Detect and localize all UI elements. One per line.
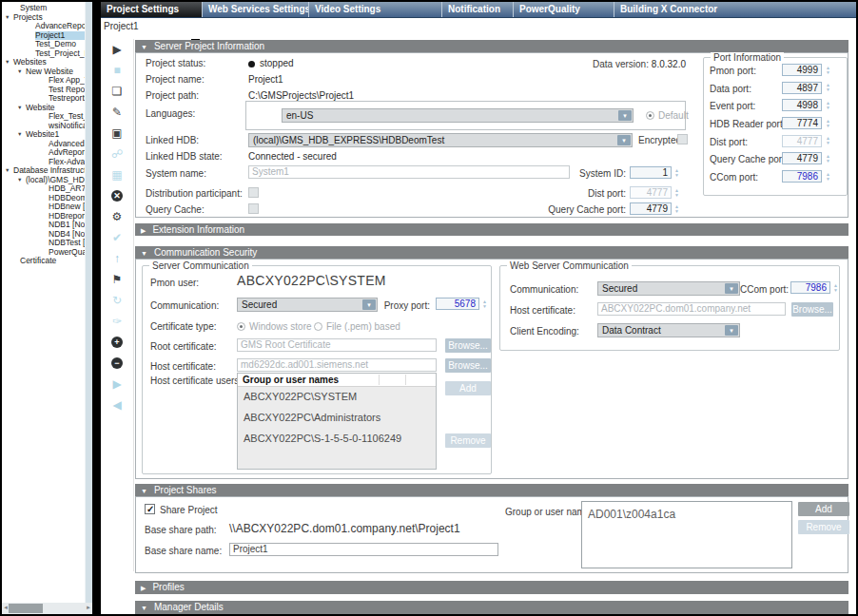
query-cache-port-stepper[interactable]: 4779 bbox=[630, 202, 672, 215]
host-certificate-browse-button[interactable]: Browse... bbox=[445, 358, 491, 373]
collapse-icon[interactable]: ◀ bbox=[101, 395, 133, 415]
section-header-profiles[interactable]: ▶Profiles bbox=[135, 581, 848, 594]
spin-buttons-icon[interactable] bbox=[824, 64, 832, 76]
ccom-port-stepper[interactable]: 7986 bbox=[790, 281, 830, 294]
dist-port-stepper[interactable]: 4777 bbox=[630, 186, 672, 199]
spin-buttons-icon[interactable] bbox=[824, 135, 832, 147]
host-certificate-input[interactable]: md6292dc.ad001.siemens.net bbox=[237, 358, 437, 372]
scrollbar-thumb[interactable] bbox=[9, 604, 43, 613]
expand-icon[interactable]: ▶ bbox=[101, 374, 133, 395]
encrypted-checkbox[interactable] bbox=[677, 134, 688, 144]
root-certificate-browse-button[interactable]: Browse... bbox=[445, 338, 491, 353]
users-list-header[interactable]: Group or user names bbox=[238, 374, 436, 387]
port-stepper[interactable]: 7774 bbox=[782, 117, 822, 129]
delete-project-icon[interactable]: ✕ bbox=[101, 185, 133, 206]
windows-store-radio[interactable] bbox=[237, 322, 245, 331]
port-stepper[interactable]: 4779 bbox=[782, 152, 822, 164]
pem-file-radio[interactable] bbox=[314, 322, 322, 331]
share-project-checkbox[interactable] bbox=[145, 504, 155, 514]
spin-buttons-icon[interactable] bbox=[673, 186, 681, 199]
column-divider[interactable] bbox=[379, 375, 380, 385]
spin-buttons-icon[interactable] bbox=[480, 298, 489, 310]
section-header-manager-details[interactable]: ▼Manager Details bbox=[135, 601, 848, 614]
history-icon[interactable]: ↻ bbox=[101, 290, 133, 311]
tree-item-label[interactable]: Certificate bbox=[20, 257, 56, 266]
spin-buttons-icon[interactable] bbox=[824, 117, 832, 129]
settings-tab[interactable]: Video Settings bbox=[308, 2, 441, 17]
port-stepper[interactable]: 4777 bbox=[782, 135, 822, 147]
display-settings-icon[interactable]: ▣ bbox=[101, 123, 133, 144]
web-host-certificate-browse-button[interactable]: Browse... bbox=[791, 302, 833, 317]
spin-buttons-icon[interactable] bbox=[673, 202, 681, 215]
remove-user-button[interactable]: Remove bbox=[445, 433, 491, 448]
dropdown-arrow-icon[interactable] bbox=[725, 325, 738, 336]
dropdown-arrow-icon[interactable] bbox=[617, 135, 631, 145]
query-cache-checkbox[interactable] bbox=[248, 203, 259, 214]
port-stepper[interactable]: 4998 bbox=[782, 99, 822, 111]
column-divider[interactable] bbox=[405, 375, 406, 385]
user-list-item[interactable]: ABCXY022PC\Administrators bbox=[238, 408, 436, 429]
client-encoding-dropdown[interactable]: Data Contract bbox=[597, 323, 740, 337]
web-host-certificate-input[interactable]: ABCXY022PC.dom01.company.net bbox=[597, 302, 786, 316]
port-stepper[interactable]: 4897 bbox=[782, 82, 822, 94]
linked-hdb-dropdown[interactable]: (local)\GMS_HDB_EXPRESS\HDBDeomTest bbox=[248, 133, 633, 147]
distribution-participant-checkbox[interactable] bbox=[248, 187, 259, 198]
copy-project-icon[interactable]: ❏ bbox=[101, 81, 133, 102]
spin-buttons-icon[interactable] bbox=[824, 170, 832, 183]
add-user-button[interactable]: Add bbox=[445, 381, 491, 395]
remove-share-user-button[interactable]: Remove bbox=[798, 520, 849, 534]
restore-project-icon[interactable]: ↑ bbox=[101, 248, 133, 269]
base-share-name-input[interactable]: Project1 bbox=[229, 543, 498, 556]
tree-expander-icon[interactable]: ▼ bbox=[5, 166, 13, 176]
settings-tab[interactable]: Building X Connector bbox=[614, 2, 718, 17]
spin-buttons-icon[interactable] bbox=[824, 82, 832, 94]
server-communication-dropdown[interactable]: Secured bbox=[237, 298, 378, 312]
spin-buttons-icon[interactable] bbox=[673, 166, 681, 179]
section-header-extension-information[interactable]: ▶Extension Information bbox=[135, 223, 848, 236]
share-user-item[interactable]: AD001\z004a1ca bbox=[582, 502, 791, 523]
default-language-radio[interactable] bbox=[646, 111, 654, 120]
stop-project-icon[interactable]: ■ bbox=[101, 60, 133, 81]
section-header-server-project-information[interactable]: ▼Server Project Information bbox=[135, 40, 848, 52]
language-dropdown[interactable]: en-US bbox=[282, 108, 634, 123]
collapse-triangle-icon[interactable]: ▼ bbox=[141, 44, 147, 50]
save-icon[interactable]: ▦ bbox=[101, 164, 133, 185]
root-certificate-input[interactable]: GMS Root Certificate bbox=[237, 338, 437, 352]
collapse-triangle-icon[interactable]: ▼ bbox=[141, 250, 147, 257]
user-list-item[interactable]: ABCXY022PC\SYSTEM bbox=[238, 387, 436, 408]
dropdown-arrow-icon[interactable] bbox=[362, 299, 376, 310]
project-tree[interactable]: System ▼ Projects AdvanceReport7 Project… bbox=[2, 2, 85, 603]
content-tab-label[interactable]: Project1 bbox=[104, 21, 139, 31]
tree-expander-icon[interactable]: ▼ bbox=[17, 67, 26, 77]
port-stepper[interactable]: 7986 bbox=[782, 170, 822, 183]
tree-expander-icon[interactable]: ▼ bbox=[5, 13, 13, 23]
tree-expander-icon[interactable]: ▼ bbox=[17, 176, 26, 185]
edit-project-icon[interactable]: ✎ bbox=[101, 102, 133, 123]
section-header-communication-security[interactable]: ▼Communication Security bbox=[135, 246, 848, 259]
validate-project-icon[interactable]: ✔ bbox=[101, 227, 133, 248]
collapse-triangle-icon[interactable]: ▶ bbox=[141, 585, 146, 591]
tree-horizontal-scrollbar[interactable]: ◄ ► bbox=[2, 603, 92, 614]
add-icon[interactable]: + bbox=[101, 332, 133, 353]
spin-buttons-icon[interactable] bbox=[824, 99, 832, 111]
link-hdb-icon[interactable]: ☍ bbox=[101, 144, 133, 164]
system-id-stepper[interactable]: 1 bbox=[630, 166, 672, 179]
settings-tab[interactable]: PowerQuality bbox=[513, 2, 614, 17]
add-share-user-button[interactable]: Add bbox=[798, 502, 849, 516]
collapse-triangle-icon[interactable]: ▼ bbox=[141, 605, 147, 611]
dropdown-arrow-icon[interactable] bbox=[725, 283, 738, 294]
settings-tab[interactable]: Notification bbox=[441, 2, 513, 17]
start-project-icon[interactable]: ▶ bbox=[101, 39, 133, 60]
tree-expander-icon[interactable]: ▼ bbox=[5, 58, 13, 67]
notification-icon[interactable]: ⚑ bbox=[101, 269, 133, 290]
upgrade-project-icon[interactable]: ⚙ bbox=[101, 206, 133, 227]
tree-item[interactable]: Certificate bbox=[2, 257, 85, 266]
settings-tab[interactable]: Web Services Settings bbox=[202, 2, 308, 17]
host-certificate-users-list[interactable]: Group or user names ABCXY022PC\SYSTEM AB… bbox=[237, 373, 437, 470]
section-header-project-shares[interactable]: ▼Project Shares bbox=[135, 484, 848, 496]
spin-buttons-icon[interactable] bbox=[831, 281, 840, 294]
tree-expander-icon[interactable]: ▼ bbox=[17, 104, 26, 113]
user-list-item[interactable]: ABCXY022PC\S-1-5-5-0-1106249 bbox=[238, 429, 436, 450]
tree-expander-icon[interactable]: ▼ bbox=[17, 130, 26, 140]
spin-buttons-icon[interactable] bbox=[824, 152, 832, 164]
